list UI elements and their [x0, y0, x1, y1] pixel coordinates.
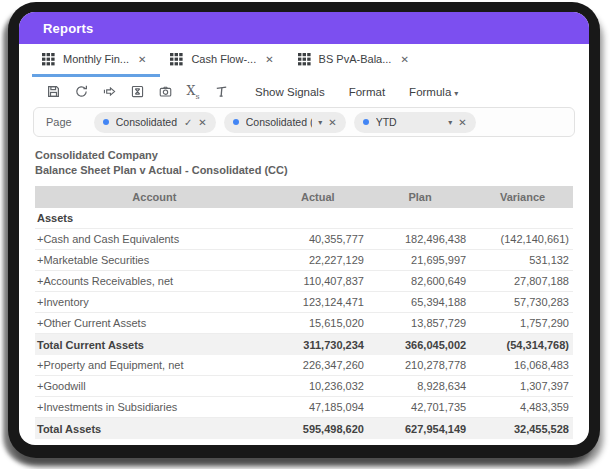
table-row[interactable]: +Cash and Cash Equivalents 40,355,777 18… [35, 229, 573, 250]
close-icon[interactable]: ✕ [328, 117, 336, 128]
report-grid-icon [170, 53, 184, 66]
close-icon[interactable]: ✕ [265, 54, 273, 65]
table-row[interactable]: Assets [35, 208, 573, 229]
filter-section: Page Consolidated Co... ✓ ✕ Consolidated… [19, 106, 589, 141]
formula-dropdown-button[interactable]: Formula▾ [397, 86, 470, 98]
page-filter-row: Page Consolidated Co... ✓ ✕ Consolidated… [33, 107, 575, 137]
window-frame: Reports Monthly Fin... ✕ Cash Flow-... ✕ [8, 2, 600, 458]
table-header-row: Account Actual Plan Variance [35, 186, 573, 208]
filter-pill-currency[interactable]: Consolidated (CC) ▾ ✕ [224, 112, 346, 133]
show-signals-button[interactable]: Show Signals [243, 86, 337, 98]
tab-monthly-financials[interactable]: Monthly Fin... ✕ [32, 44, 160, 77]
hourglass-range-icon[interactable] [123, 81, 151, 103]
table-row[interactable]: +Inventory 123,124,471 65,394,188 57,730… [35, 292, 573, 313]
table-row[interactable]: +Goodwill 10,236,032 8,928,634 1,307,397 [35, 376, 573, 397]
camera-icon[interactable] [151, 81, 179, 103]
col-header-plan: Plan [374, 191, 476, 203]
table-row[interactable]: +Property and Equipment, net 226,347,260… [35, 355, 573, 376]
save-icon[interactable] [39, 81, 67, 103]
refresh-icon[interactable] [67, 81, 95, 103]
format-button[interactable]: Format [337, 86, 397, 98]
toolbar: Xs Show Signals Format Formula▾ [19, 77, 589, 106]
forward-arrow-icon[interactable] [95, 81, 123, 103]
close-icon[interactable]: ✕ [400, 54, 408, 65]
tab-cash-flow[interactable]: Cash Flow-... ✕ [160, 44, 287, 77]
report-grid-icon [42, 53, 56, 66]
page-label: Page [46, 116, 72, 128]
col-header-actual: Actual [272, 191, 374, 203]
clear-formatting-icon[interactable] [207, 81, 235, 103]
tab-label: BS PvA-Bala... [319, 53, 392, 65]
table-row[interactable]: +Investments in Subsidiaries 47,185,094 … [35, 397, 573, 418]
table-row-total[interactable]: Total Current Assets 311,730,234 366,045… [35, 334, 573, 355]
window-content: Reports Monthly Fin... ✕ Cash Flow-... ✕ [19, 12, 589, 445]
table-row-total[interactable]: Total Assets 595,498,620 627,954,149 32,… [35, 418, 573, 439]
filter-pill-entity[interactable]: Consolidated Co... ✓ ✕ [94, 112, 216, 133]
chevron-down-icon[interactable]: ▾ [318, 118, 322, 127]
filter-pill-period[interactable]: YTD ▾ ✕ [354, 112, 476, 133]
report-title-block: Consolidated Company Balance Sheet Plan … [19, 141, 589, 184]
report-company: Consolidated Company [35, 148, 573, 163]
selection-dot-icon [103, 119, 109, 125]
col-header-account: Account [35, 191, 272, 203]
report-title: Balance Sheet Plan v Actual - Consolidat… [35, 163, 573, 178]
close-icon[interactable]: ✕ [198, 117, 206, 128]
app-bar: Reports [19, 12, 589, 44]
scale-subscript-icon[interactable]: Xs [179, 81, 207, 103]
table-row[interactable]: +Accounts Receivables, net 110,407,837 8… [35, 271, 573, 292]
report-table: Account Actual Plan Variance Assets +Cas… [35, 186, 573, 439]
table-row[interactable]: +Marketable Securities 22,227,129 21,695… [35, 250, 573, 271]
tab-bar: Monthly Fin... ✕ Cash Flow-... ✕ BS PvA-… [19, 44, 589, 77]
chevron-down-icon: ▾ [454, 89, 458, 98]
close-icon[interactable]: ✕ [458, 117, 466, 128]
tab-label: Monthly Fin... [63, 53, 129, 65]
screenshot-stage: Reports Monthly Fin... ✕ Cash Flow-... ✕ [0, 0, 610, 469]
report-grid-icon [298, 53, 312, 66]
table-row[interactable]: +Other Current Assets 15,615,020 13,857,… [35, 313, 573, 334]
selection-dot-icon [233, 119, 239, 125]
chevron-down-icon[interactable]: ▾ [448, 118, 452, 127]
check-icon[interactable]: ✓ [184, 117, 192, 128]
selection-dot-icon [363, 119, 369, 125]
close-icon[interactable]: ✕ [138, 54, 146, 65]
tab-bs-pva[interactable]: BS PvA-Bala... ✕ [288, 44, 423, 77]
tab-label: Cash Flow-... [191, 53, 256, 65]
page-title: Reports [43, 21, 94, 36]
col-header-variance: Variance [476, 191, 573, 203]
